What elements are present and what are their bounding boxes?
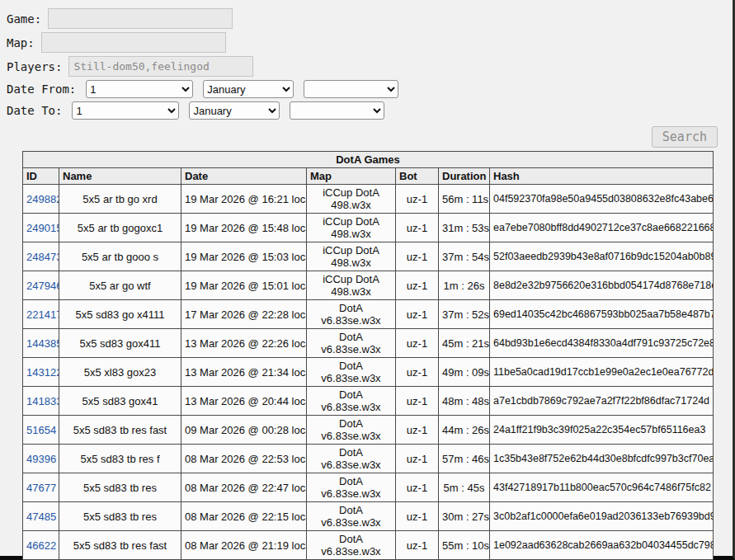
map-filter-row: Map: <box>7 32 726 53</box>
game-bot: uz-1 <box>396 271 439 300</box>
game-map: DotA v6.83se.w3x <box>307 300 396 329</box>
game-bot: uz-1 <box>396 185 439 214</box>
game-filter-row: Game: <box>7 8 726 29</box>
date-from-month-select[interactable]: January <box>203 80 294 98</box>
game-bot: uz-1 <box>396 358 439 387</box>
game-duration: 30m : 27s <box>439 502 490 531</box>
game-id-cell: 247946 <box>23 271 59 300</box>
date-to-day-select[interactable]: 1 <box>72 101 179 120</box>
game-id-link[interactable]: 247946 <box>26 280 59 292</box>
game-id-link[interactable]: 47677 <box>26 482 56 494</box>
game-map: DotA v6.83se.w3x <box>307 502 396 531</box>
game-hash: 11be5a0cad19d17ccb1e99e0a2ec1e0ea76772d5 <box>490 358 714 387</box>
game-bot: uz-1 <box>396 531 439 560</box>
game-bot: uz-1 <box>396 473 439 502</box>
search-row: Search <box>0 126 718 148</box>
game-id-link[interactable]: 144385 <box>26 337 59 350</box>
game-map: DotA v6.83se.w3x <box>307 387 396 416</box>
game-id-link[interactable]: 248473 <box>26 251 59 263</box>
game-duration: 5m : 45s <box>439 473 490 502</box>
table-row: 2490155x5 ar tb gogoxc119 Mar 2026 @ 15:… <box>23 214 714 242</box>
game-bot: uz-1 <box>396 300 439 329</box>
game-id-cell: 221417 <box>23 300 59 329</box>
game-map: iCCup DotA 498.w3x <box>307 271 396 300</box>
game-id-link[interactable]: 143122 <box>26 366 59 379</box>
game-date: 19 Mar 2026 @ 15:48 local <box>181 214 307 242</box>
game-hash: 8e8d2e32b9756620e316bbd054174d8768e718ec <box>490 271 714 300</box>
game-bot: uz-1 <box>396 387 439 416</box>
game-name: 5x5 sd83 tb res <box>59 473 181 502</box>
games-search-page: Game: Map: Players: Date From: 1 January… <box>0 0 735 560</box>
game-name: 5x5 ar tb gogoxc1 <box>59 214 181 242</box>
table-row: 466225x5 sd83 tb res fast08 Mar 2026 @ 2… <box>23 531 714 560</box>
game-date: 13 Mar 2026 @ 21:34 local <box>181 358 307 387</box>
date-to-label: Date To: <box>7 104 62 117</box>
game-id-link[interactable]: 47485 <box>26 511 56 523</box>
search-button[interactable]: Search <box>652 126 718 148</box>
game-name: 5x5 sd83 tb res fast <box>59 531 181 560</box>
date-from-day-select[interactable]: 1 <box>86 80 193 98</box>
table-header-row: IDNameDateMapBotDurationHash <box>23 168 714 185</box>
game-name: 5x5 sd83 tb res fast <box>59 416 181 445</box>
date-from-label: Date From: <box>7 82 76 96</box>
game-id-cell: 47677 <box>23 473 59 502</box>
game-duration: 49m : 09s <box>439 358 490 387</box>
date-from-year-select[interactable] <box>304 80 398 98</box>
game-duration: 37m : 52s <box>439 300 490 329</box>
game-bot: uz-1 <box>396 329 439 358</box>
game-bot: uz-1 <box>396 242 439 271</box>
game-name: 5x5 xl83 gox23 <box>59 358 181 387</box>
date-to-month-select[interactable]: January <box>189 101 280 120</box>
game-name: 5x5 ar go wtf <box>59 271 181 300</box>
players-filter-row: Players: <box>7 56 726 77</box>
game-id-link[interactable]: 249015 <box>26 222 59 234</box>
table-row: 1418335x5 sd83 gox4113 Mar 2026 @ 20:44 … <box>23 387 714 416</box>
game-name: 5x5 sd83 gox41 <box>59 387 181 416</box>
map-label: Map: <box>7 36 35 49</box>
game-duration: 44m : 26s <box>439 416 490 445</box>
game-id-link[interactable]: 51654 <box>26 424 56 436</box>
game-map: DotA v6.83se.w3x <box>307 531 396 560</box>
game-hash: a7e1cbdb7869c792ae7a2f7f22bf86dfac71724d <box>490 387 714 416</box>
table-row: 2479465x5 ar go wtf19 Mar 2026 @ 15:01 l… <box>23 271 714 300</box>
game-id-link[interactable]: 141833 <box>26 395 59 407</box>
game-name: 5x5 sd83 go x4111 <box>59 300 181 329</box>
game-map: DotA v6.83se.w3x <box>307 473 396 502</box>
game-map: DotA v6.83se.w3x <box>307 358 396 387</box>
game-date: 19 Mar 2026 @ 15:01 local <box>181 271 307 300</box>
column-header-id: ID <box>23 168 59 185</box>
table-title-row: DotA Games <box>23 152 714 168</box>
game-duration: 57m : 46s <box>439 445 490 473</box>
map-input[interactable] <box>41 32 226 53</box>
game-id-link[interactable]: 49396 <box>26 453 56 465</box>
game-input[interactable] <box>48 8 233 29</box>
table-row: 476775x5 sd83 tb res08 Mar 2026 @ 22:47 … <box>23 473 714 502</box>
players-input[interactable] <box>68 56 253 77</box>
game-date: 08 Mar 2026 @ 21:19 local <box>181 531 307 560</box>
game-name: 5x5 sd83 tb res f <box>59 445 181 473</box>
game-duration: 1m : 26s <box>439 271 490 300</box>
game-date: 13 Mar 2026 @ 20:44 local <box>181 387 307 416</box>
table-row: 516545x5 sd83 tb res fast09 Mar 2026 @ 0… <box>23 416 714 445</box>
game-id-cell: 249015 <box>23 214 59 242</box>
game-map: iCCup DotA 498.w3x <box>307 185 396 214</box>
game-date: 08 Mar 2026 @ 22:53 local <box>181 445 307 473</box>
game-id-cell: 249882 <box>23 185 59 214</box>
game-hash: 1e092aad63628cab2669aa632b04034455dc7987 <box>490 531 714 560</box>
game-id-link[interactable]: 221417 <box>26 308 59 321</box>
game-duration: 45m : 21s <box>439 329 490 358</box>
game-name: 5x5 sd83 gox411 <box>59 329 181 358</box>
game-id-link[interactable]: 249882 <box>26 193 59 205</box>
game-duration: 48m : 48s <box>439 387 490 416</box>
game-map: DotA v6.83se.w3x <box>307 329 396 358</box>
game-date: 08 Mar 2026 @ 22:47 local <box>181 473 307 502</box>
game-id-link[interactable]: 46622 <box>26 539 56 552</box>
table-row: 2214175x5 sd83 go x411117 Mar 2026 @ 22:… <box>23 300 714 329</box>
table-row: 1443855x5 sd83 gox41113 Mar 2026 @ 22:26… <box>23 329 714 358</box>
date-to-year-select[interactable] <box>290 101 384 120</box>
column-header-date: Date <box>181 168 307 185</box>
table-row: 474855x5 sd83 tb res08 Mar 2026 @ 22:15 … <box>23 502 714 531</box>
game-id-cell: 143122 <box>23 358 59 387</box>
column-header-map: Map <box>307 168 396 185</box>
game-hash: 04f592370fa98e50a9455d03808632e8fc43abe6 <box>490 185 714 214</box>
